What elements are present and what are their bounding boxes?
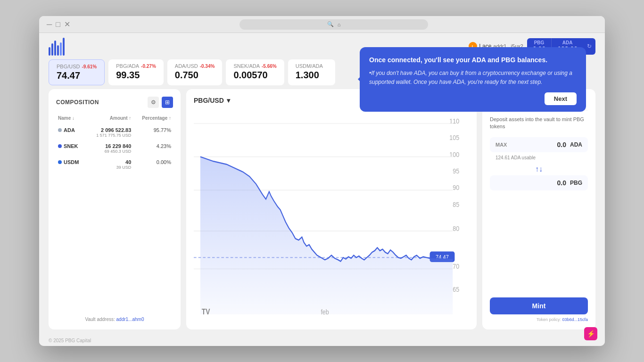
bar1 — [49, 47, 50, 56]
usdm-amount: 40 — [88, 159, 132, 165]
col-name[interactable]: Name ↓ — [56, 114, 86, 124]
maximize-icon[interactable]: □ — [56, 20, 60, 29]
svg-text:80: 80 — [453, 225, 459, 232]
snek-dot — [58, 144, 62, 148]
max-label[interactable]: MAX — [495, 142, 507, 148]
mint-description: Deposit assets into the vault to mint PB… — [490, 116, 588, 131]
tooltip-body: •If you don't have ADA, you can buy it f… — [369, 69, 577, 87]
copyright: © 2025 PBG Capital — [49, 338, 91, 343]
composition-table: Name ↓ Amount ↑ Percentage ↑ ADA — [56, 114, 173, 173]
logo-chart — [49, 37, 65, 56]
price-chart: 110 105 100 95 90 85 80 70 65 — [194, 110, 469, 322]
bar2 — [51, 43, 53, 56]
browser-window: ─ □ ✕ 🔍 ⌂ — [39, 16, 605, 346]
usdm-pct: 0.00% — [135, 159, 171, 165]
svg-text:90: 90 — [453, 184, 459, 192]
ticker-pair-label: PBG/ADA -0.27% — [116, 63, 156, 69]
bar5 — [60, 42, 62, 56]
pbg-input-row: 0.0 PBG — [490, 175, 588, 190]
col-amount[interactable]: Amount ↑ — [86, 114, 133, 124]
ticker-pair-label: PBG/USD -9.61% — [57, 64, 97, 69]
ticker-price: 74.47 — [57, 70, 97, 81]
svg-text:70: 70 — [453, 263, 459, 271]
tooltip-overlay: Once connected, you'll see your ADA and … — [190, 47, 586, 112]
mint-panel: MINT BURN Deposit assets into the vault … — [482, 89, 595, 329]
snek-amount: 16 229 840 — [88, 143, 132, 149]
col-percentage[interactable]: Percentage ↑ — [133, 114, 173, 124]
address-bar[interactable]: 🔍 ⌂ — [239, 19, 428, 30]
asset-row-snek: SNEK 16 229 840 69 450.3 USD 4.23% — [56, 140, 173, 156]
ticker-change: -0.27% — [141, 64, 156, 69]
mint-button[interactable]: Mint — [490, 297, 588, 314]
tooltip-bubble: Once connected, you'll see your ADA and … — [360, 47, 586, 112]
ticker-price: 99.35 — [116, 70, 156, 81]
ticker-pbgusd[interactable]: PBG/USD -9.61% 74.47 — [49, 59, 105, 85]
chart-area: 110 105 100 95 90 85 80 70 65 — [194, 110, 469, 322]
svg-text:85: 85 — [453, 201, 459, 208]
minimize-icon[interactable]: ─ — [47, 20, 52, 29]
logo-area — [49, 37, 65, 56]
svg-text:feb: feb — [321, 308, 329, 316]
next-button[interactable]: Next — [545, 92, 577, 105]
svg-text:TV: TV — [202, 307, 210, 316]
snek-pct: 4.23% — [135, 143, 171, 149]
asset-row-usdm: USDM 40 39 USD 0.00% — [56, 156, 173, 173]
browser-controls: ─ □ ✕ — [47, 20, 70, 29]
svg-text:65: 65 — [453, 286, 459, 293]
main-layout: COMPOSITION ⚙ ⊞ Name ↓ Amount ↑ Percenta… — [39, 89, 605, 335]
pbg-input-value[interactable]: 0.0 — [557, 179, 566, 187]
pbg-currency: PBG — [570, 180, 582, 186]
ticker-change: -9.61% — [82, 64, 97, 69]
ada-input-value[interactable]: 0.0 — [557, 141, 566, 148]
asset-name-usdm: USDM — [58, 159, 84, 165]
composition-panel: COMPOSITION ⚙ ⊞ Name ↓ Amount ↑ Percenta… — [49, 89, 181, 329]
swap-icon: ↑↓ — [535, 165, 543, 173]
swap-arrows-button[interactable]: ↑↓ — [490, 165, 588, 173]
pbg-label: PBG — [533, 40, 545, 45]
asset-name-ada: ADA — [58, 127, 84, 133]
bar6 — [63, 38, 65, 56]
ticker-pbgada[interactable]: PBG/ADA -0.27% 99.35 — [108, 59, 164, 85]
asset-row-ada: ADA 2 096 522.83 1 571 775.75 USD 95.77% — [56, 124, 173, 140]
ada-amount: 2 096 522.83 — [88, 127, 132, 133]
panel-actions: ⚙ ⊞ — [148, 97, 173, 108]
ada-label: ADA — [557, 40, 578, 45]
powered-symbol: ⚡ — [587, 330, 595, 337]
grid-icon-btn[interactable]: ⊞ — [162, 97, 173, 108]
svg-text:95: 95 — [453, 167, 459, 175]
vault-address-link[interactable]: addr1...ahm0 — [116, 317, 144, 322]
composition-title: COMPOSITION — [56, 99, 99, 106]
ada-usd: 1 571 775.75 USD — [88, 133, 132, 138]
ada-currency: ADA — [570, 141, 582, 148]
search-icon: 🔍 — [327, 21, 334, 27]
browser-titlebar: ─ □ ✕ 🔍 ⌂ — [39, 16, 605, 33]
panel-header: COMPOSITION ⚙ ⊞ — [56, 97, 173, 108]
pair-text: PBG/ADA — [116, 63, 139, 69]
vault-label: Vault address: — [85, 317, 115, 322]
app-content: L Lace addr1...j5ux2 PBG 0.00 ADA 128.00… — [39, 33, 605, 346]
vault-address: Vault address: addr1...ahm0 — [56, 313, 173, 322]
usdm-usd: 39 USD — [88, 165, 132, 170]
pair-text: PBG/USD — [57, 64, 80, 69]
chart-panel: PBG/USD ▾ 1D 1W 1M 3M ALL % — [186, 89, 477, 329]
close-icon[interactable]: ✕ — [64, 20, 70, 29]
token-policy-link[interactable]: 03b6d...15cfa — [562, 317, 588, 322]
snek-usd: 69 450.3 USD — [88, 149, 132, 154]
tooltip-title: Once connected, you'll see your ADA and … — [369, 56, 577, 65]
asset-name-snek: SNEK — [58, 143, 84, 149]
usable-amount: 124.61 ADA usable — [490, 154, 588, 163]
svg-text:105: 105 — [449, 134, 459, 141]
home-icon: ⌂ — [338, 22, 341, 27]
settings-icon-btn[interactable]: ⚙ — [148, 97, 159, 108]
powered-icon: ⚡ — [584, 327, 597, 340]
ada-pct: 95.77% — [135, 127, 171, 133]
footer-bar: © 2025 PBG Capital — [39, 335, 605, 346]
bar3 — [54, 41, 56, 56]
ada-input-row: MAX 0.0 ADA — [490, 137, 588, 152]
token-policy-label: Token policy: — [537, 317, 561, 322]
ada-dot — [58, 128, 62, 132]
token-policy: Token policy: 03b6d...15cfa — [490, 317, 588, 322]
usdm-dot — [58, 160, 62, 164]
bar4 — [57, 45, 59, 56]
